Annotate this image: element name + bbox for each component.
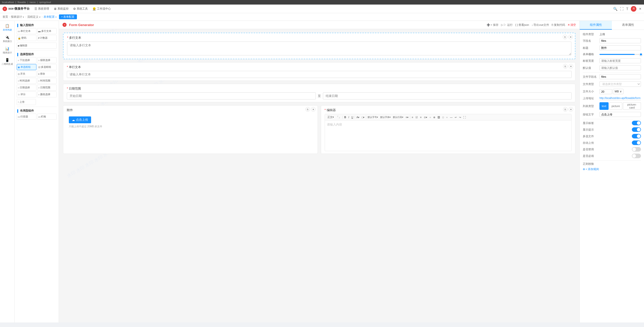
component-dropdown[interactable]: ○下拉选择 <box>17 57 36 63</box>
upload-button[interactable]: ☁ 点击上传 <box>69 116 91 123</box>
delete-field-btn-upload[interactable]: ✕ <box>311 107 316 112</box>
required-toggle[interactable] <box>632 154 641 158</box>
view-json-button[interactable]: { } 查看json <box>515 23 529 27</box>
copy-field-btn-editor[interactable]: ⎘ <box>563 107 568 112</box>
date-start-input[interactable] <box>67 92 316 99</box>
editor-check-btn[interactable]: ☑ <box>414 115 419 119</box>
sidebar-item-sys-interface[interactable]: 🔌 系统接口 <box>1 34 14 45</box>
user-avatar[interactable]: 用 <box>631 6 636 12</box>
editor-link-btn[interactable]: ⊕ <box>432 115 436 119</box>
sidebar-item-report-design[interactable]: 📊 报表设计 <box>1 45 14 56</box>
tab-form-props[interactable]: 表单属性 <box>612 21 644 30</box>
breadcrumb-form[interactable]: 表单配置 ∨ <box>44 15 57 19</box>
nav-monitor[interactable]: 🖥系统监控 <box>52 6 71 11</box>
editor-indent-btn[interactable]: ≡ <box>419 115 423 119</box>
file-size-input[interactable] <box>599 89 612 94</box>
list-type-picture[interactable]: picture <box>609 102 622 110</box>
editor-list-btn[interactable]: ≡▾ <box>405 115 409 119</box>
copy-field-btn-2[interactable]: ⎘ <box>563 64 568 69</box>
component-cascade[interactable]: ○级联选择 <box>37 57 57 63</box>
browser-tab[interactable]: nacos <box>30 1 36 4</box>
list-type-picture-card[interactable]: picture-card <box>623 102 641 110</box>
copy-field-btn[interactable]: ⎘ <box>563 35 567 39</box>
editor-italic-btn[interactable]: I <box>347 115 350 119</box>
component-color[interactable]: ○颜色选择 <box>37 91 57 97</box>
label-input[interactable] <box>599 45 641 50</box>
editor-align-left-btn[interactable]: ≡ <box>411 115 414 119</box>
delete-field-btn-editor[interactable]: ✕ <box>569 107 573 112</box>
component-multi-text[interactable]: ▬多行文本 <box>37 28 57 34</box>
nav-menu-icon[interactable]: ☰系统管理 <box>32 6 51 11</box>
component-rich-editor[interactable]: ■编辑器 <box>17 43 57 49</box>
tab-component-props[interactable]: 组件属性 <box>580 21 612 30</box>
nav-tools[interactable]: ⚙系统工具 <box>71 6 90 11</box>
component-upload[interactable]: ↑上传 <box>17 99 36 105</box>
component-radio[interactable]: ◉单选框组 <box>17 64 36 70</box>
list-type-text[interactable]: text <box>599 102 609 110</box>
nav-workflow[interactable]: 👷工作流中心 <box>90 6 113 11</box>
component-checkbox[interactable]: ☑多选框组 <box>37 64 57 70</box>
editor-font-size-btn[interactable]: 默认字号▾ <box>367 115 379 119</box>
delete-field-btn-2[interactable]: ✕ <box>569 64 573 69</box>
breadcrumb-flow[interactable]: 流程定义 ∨ <box>27 15 41 19</box>
component-time[interactable]: ○时间选择 <box>17 78 36 84</box>
add-rule-btn[interactable]: ⊕ + 添加规则 <box>583 167 641 171</box>
browser-tab[interactable]: springcloud <box>39 1 51 4</box>
breadcrumb-report[interactable]: 报表设计 ∨ <box>11 15 24 19</box>
editor-emoji-btn[interactable]: ○ <box>428 115 432 119</box>
breadcrumb-home[interactable]: 首页 <box>3 15 8 19</box>
fullscreen-icon[interactable]: ⛶ <box>620 7 624 11</box>
component-grid-col[interactable]: ▭栏格 <box>37 114 57 120</box>
component-slider[interactable]: ≡滑块 <box>37 71 57 77</box>
save-button[interactable]: ➕ + 保存 <box>487 23 498 27</box>
component-time-range[interactable]: ○时间范围 <box>37 78 57 84</box>
browser-tab[interactable]: flowable <box>17 1 26 4</box>
component-password[interactable]: 🔒密码 <box>17 35 36 41</box>
file-field-name-input[interactable] <box>599 74 641 79</box>
editor-redo-btn[interactable]: ↪ <box>458 115 462 119</box>
component-counter[interactable]: #计数器 <box>37 35 57 41</box>
breadcrumb-active-tab[interactable]: • 表单配置 <box>59 14 77 19</box>
editor-content[interactable]: 请输入内容 <box>325 120 572 151</box>
file-type-select[interactable]: 请选择文件类型 <box>599 81 641 87</box>
disabled-toggle[interactable] <box>632 147 641 152</box>
editor-line-height-btn[interactable]: 默认行高▾ <box>392 115 404 119</box>
default-value-input[interactable] <box>599 65 641 70</box>
editor-bg-btn[interactable]: □▾ <box>361 115 365 119</box>
sidebar-item-qr-generate[interactable]: 📱 二维码生成 <box>1 56 14 67</box>
date-end-input[interactable] <box>323 92 572 99</box>
component-single-text[interactable]: ▭单行文本 <box>17 28 36 34</box>
editor-font-color-btn[interactable]: A▾ <box>356 115 361 119</box>
btn-text-input[interactable] <box>599 112 641 117</box>
editor-more-btn[interactable]: ⊙▾ <box>423 115 428 119</box>
field-name-input[interactable] <box>599 38 641 43</box>
component-date-range[interactable]: ○日期范围 <box>37 85 57 91</box>
editor-fullscreen-btn[interactable]: ⛶ <box>462 115 467 119</box>
close-icon[interactable]: ✕ <box>639 7 641 11</box>
form-width-slider[interactable] <box>599 54 641 55</box>
editor-divider-btn[interactable]: — <box>449 115 453 119</box>
delete-field-btn[interactable]: ✕ <box>568 35 573 39</box>
editor-underline-btn[interactable]: U <box>350 115 354 119</box>
copy-code-button[interactable]: ⎘ 复制代码 <box>552 23 565 27</box>
show-label-toggle[interactable] <box>632 121 641 125</box>
editor-quote-btn[interactable]: 「」 <box>335 115 342 119</box>
auto-upload-toggle[interactable] <box>632 140 641 145</box>
file-size-unit[interactable]: MB ∨ <box>613 89 624 94</box>
editor-format-select[interactable]: 正文▾ <box>326 115 335 119</box>
multi-select-toggle[interactable] <box>632 134 641 138</box>
editor-table-btn[interactable]: ○ <box>445 115 449 119</box>
textarea-input[interactable] <box>67 42 571 55</box>
editor-image-btn[interactable]: 🖼 <box>437 115 441 119</box>
clear-button[interactable]: ✕ 清空 <box>568 23 576 27</box>
editor-font-family-btn[interactable]: 默认字体▾ <box>379 115 392 119</box>
upload-url-input[interactable] <box>599 96 641 100</box>
copy-field-btn-upload[interactable]: ⎘ <box>305 107 310 112</box>
editor-video-btn[interactable]: □ <box>441 115 445 119</box>
editor-bold-btn[interactable]: B <box>343 115 347 119</box>
editor-undo-btn[interactable]: ↩ <box>454 115 458 119</box>
component-switch[interactable]: ⊙开关 <box>17 71 36 77</box>
component-date[interactable]: ○日期选择 <box>17 85 36 91</box>
export-vue-button[interactable]: ↓ 导出vue文件 <box>532 23 549 27</box>
search-icon[interactable]: 🔍 <box>613 7 617 11</box>
